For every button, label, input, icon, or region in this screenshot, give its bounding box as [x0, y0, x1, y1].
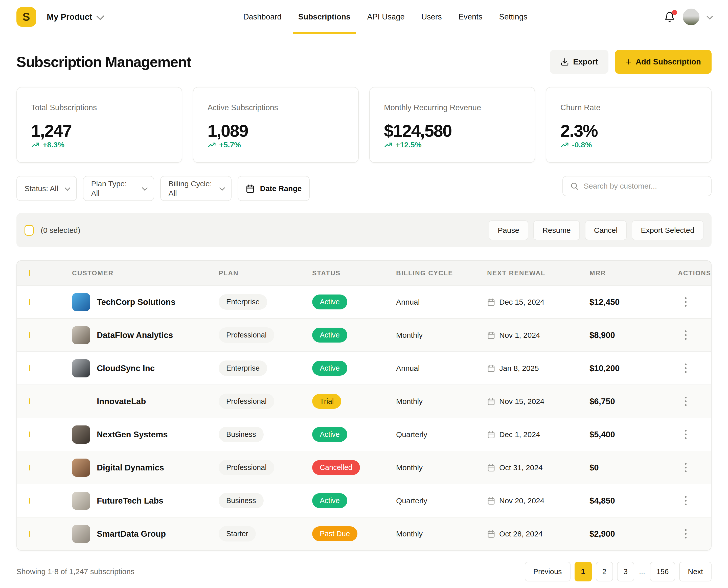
app-logo[interactable]: S [17, 7, 36, 27]
plan-badge: Enterprise [219, 360, 267, 376]
add-subscription-button[interactable]: + Add Subscription [615, 50, 711, 74]
product-name: My Product [47, 12, 92, 22]
mrr-value: $8,900 [590, 330, 678, 340]
billing-cycle-value: Annual [396, 364, 487, 373]
customer-avatar [72, 392, 90, 411]
row-actions-menu-button[interactable] [678, 393, 693, 410]
selected-count: (0 selected) [41, 226, 80, 235]
billing-cycle-value: Monthly [396, 397, 487, 406]
billing-cycle-filter[interactable]: Billing Cycle: All [160, 176, 232, 201]
table-row: InnovateLab Professional Trial Monthly N… [17, 384, 711, 418]
col-next-renewal: Next Renewal [487, 269, 590, 277]
status-badge: Past Due [312, 526, 358, 541]
status-badge: Cancelled [312, 460, 360, 475]
status-filter[interactable]: Status: All [17, 176, 77, 201]
row-actions-menu-button[interactable] [678, 526, 693, 542]
stat-label: Monthly Recurring Revenue [384, 103, 520, 112]
customer-name: TechCorp Solutions [97, 297, 175, 307]
plan-type-filter[interactable]: Plan Type: All [83, 176, 154, 201]
plan-badge: Business [219, 493, 264, 508]
tab-settings[interactable]: Settings [499, 0, 527, 34]
mrr-value: $5,400 [590, 430, 678, 439]
bulk-action-bar: (0 selected) PauseResumeCancelExport Sel… [17, 213, 711, 247]
add-subscription-label: Add Subscription [636, 57, 701, 66]
tab-api-usage[interactable]: API Usage [367, 0, 405, 34]
product-switcher[interactable]: My Product [47, 12, 102, 22]
resume-button[interactable]: Resume [533, 220, 580, 240]
col-customer: Customer [72, 269, 219, 277]
next-renewal-date: Nov 1, 2024 [499, 331, 540, 339]
table-header-row: Customer Plan Status Billing Cycle Next … [17, 261, 711, 285]
select-all-checkbox[interactable] [24, 225, 34, 236]
pagination-next[interactable]: Next [679, 562, 711, 582]
row-actions-menu-button[interactable] [678, 327, 693, 343]
notification-dot [672, 10, 677, 15]
row-checkbox[interactable] [29, 365, 30, 371]
pause-button[interactable]: Pause [489, 220, 528, 240]
header-checkbox[interactable] [29, 270, 30, 276]
account-chevron-down-icon[interactable] [707, 13, 713, 19]
plan-badge: Professional [219, 460, 274, 475]
col-mrr: MRR [590, 269, 678, 277]
row-checkbox[interactable] [29, 465, 30, 470]
tab-subscriptions[interactable]: Subscriptions [298, 0, 350, 34]
table-row: Digital Dynamics Professional Cancelled … [17, 451, 711, 484]
customer-avatar [72, 293, 90, 311]
billing-cycle-value: Monthly [396, 530, 487, 538]
nav-right [664, 8, 711, 25]
tab-users[interactable]: Users [421, 0, 442, 34]
search-box [562, 176, 711, 196]
row-checkbox[interactable] [29, 498, 30, 504]
col-plan: Plan [219, 269, 312, 277]
pagination-page-1[interactable]: 1 [575, 562, 592, 582]
row-checkbox[interactable] [29, 299, 30, 305]
calendar-icon [487, 364, 495, 372]
row-actions-menu-button[interactable] [678, 426, 693, 443]
stat-trend: +12.5% [395, 141, 422, 149]
row-checkbox[interactable] [29, 332, 30, 338]
stat-card-monthly-recurring-revenue: Monthly Recurring Revenue$124,580+12.5% [369, 87, 535, 163]
customer-avatar [72, 459, 90, 477]
row-actions-menu-button[interactable] [678, 459, 693, 476]
cancel-button[interactable]: Cancel [585, 220, 627, 240]
row-actions-menu-button[interactable] [678, 492, 693, 509]
table-row: SmartData Group Starter Past Due Monthly… [17, 517, 711, 550]
stat-trend: +5.7% [219, 141, 241, 149]
tab-dashboard[interactable]: Dashboard [243, 0, 282, 34]
row-checkbox[interactable] [29, 531, 30, 537]
billing-cycle-value: Quarterly [396, 430, 487, 439]
stat-value: 1,089 [208, 121, 344, 141]
customer-avatar [72, 425, 90, 444]
next-renewal-date: Jan 8, 2025 [499, 364, 539, 373]
table-row: TechCorp Solutions Enterprise Active Ann… [17, 285, 711, 318]
status-badge: Active [312, 427, 347, 442]
row-actions-menu-button[interactable] [678, 294, 693, 310]
pagination-page-2[interactable]: 2 [596, 562, 613, 582]
pagination-page-3[interactable]: 3 [617, 562, 634, 582]
plan-badge: Starter [219, 526, 256, 542]
pagination-page-156[interactable]: 156 [650, 562, 675, 582]
customer-name: NextGen Systems [97, 430, 168, 439]
next-renewal-date: Oct 28, 2024 [499, 530, 543, 538]
export-button[interactable]: Export [550, 50, 608, 74]
notifications-button[interactable] [664, 12, 675, 22]
mrr-value: $10,200 [590, 363, 678, 373]
chevron-down-icon [142, 185, 148, 191]
search-input[interactable] [584, 182, 704, 190]
pagination-previous[interactable]: Previous [525, 562, 571, 582]
row-checkbox[interactable] [29, 398, 30, 404]
user-avatar[interactable] [683, 8, 700, 25]
stat-value: 2.3% [560, 121, 697, 141]
tab-events[interactable]: Events [458, 0, 483, 34]
date-range-filter[interactable]: Date Range [238, 176, 309, 201]
status-filter-label: Status: All [24, 184, 58, 193]
row-actions-menu-button[interactable] [678, 360, 693, 376]
table-row: CloudSync Inc Enterprise Active Annual J… [17, 351, 711, 384]
export-selected-button[interactable]: Export Selected [632, 220, 704, 240]
row-checkbox[interactable] [29, 432, 30, 437]
billing-cycle-value: Monthly [396, 331, 487, 339]
stat-card-churn-rate: Churn Rate2.3%-0.8% [546, 87, 711, 163]
calendar-icon [487, 464, 495, 472]
billing-cycle-value: Monthly [396, 463, 487, 472]
search-icon [570, 182, 579, 190]
